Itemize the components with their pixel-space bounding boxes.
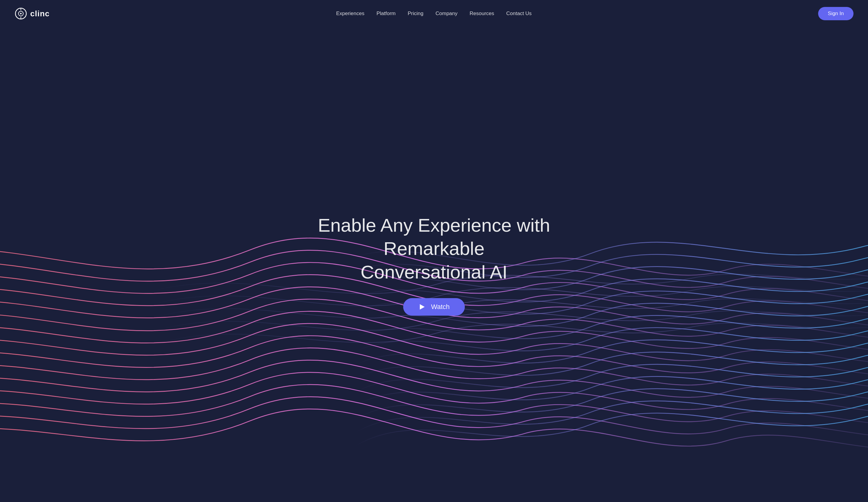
logo-text: clinc [30,9,50,19]
logo-icon [14,7,27,20]
navbar: clinc Experiences Platform Pricing Compa… [0,0,868,27]
hero-title: Enable Any Experience with Remarkable Co… [313,213,555,284]
nav-item-pricing[interactable]: Pricing [408,11,423,16]
nav-item-resources[interactable]: Resources [470,11,494,16]
nav-item-company[interactable]: Company [435,11,457,16]
nav-right: Sign In [818,7,854,20]
watch-label: Watch [431,303,450,311]
svg-point-2 [20,13,22,14]
nav-item-experiences[interactable]: Experiences [336,11,364,16]
logo[interactable]: clinc [14,7,50,20]
play-icon [418,303,426,311]
hero-content: Enable Any Experience with Remarkable Co… [313,213,555,316]
watch-button[interactable]: Watch [403,298,465,316]
nav-item-platform[interactable]: Platform [376,11,396,16]
hero-section: Enable Any Experience with Remarkable Co… [0,27,868,502]
nav-item-contact[interactable]: Contact Us [506,11,531,16]
signin-button[interactable]: Sign In [818,7,854,20]
nav-links: Experiences Platform Pricing Company Res… [336,11,531,17]
